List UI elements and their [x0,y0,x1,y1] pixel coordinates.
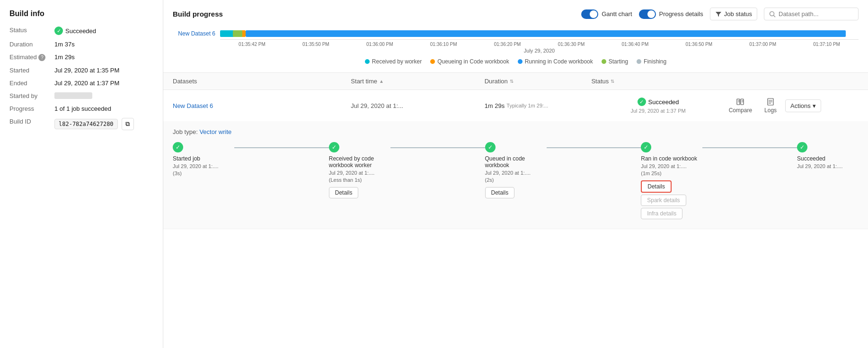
details-button-4[interactable]: Details [641,180,672,193]
gantt-chart-toggle[interactable] [581,9,598,19]
dataset-actions: Compare Logs Actions ▾ [725,96,859,116]
infra-details-button[interactable]: Infra details [641,208,682,219]
pipeline-line-3 [547,147,641,148]
gantt-tick: 01:36:50 PM [667,42,731,47]
step-check-3: ✓ [485,142,496,152]
spark-details-button[interactable]: Spark details [641,195,686,206]
legend-item: Starting [602,58,628,65]
gantt-bar-container [220,28,859,39]
pipeline: ✓ Started job Jul 29, 2020 at 1:....(3s)… [173,142,859,219]
duration-value: 1m 37s [54,41,75,48]
legend-dot [430,59,435,64]
starting-bar [233,30,242,37]
progress-header: Build progress Gantt chart Progress deta… [173,8,859,20]
compare-label: Compare [729,107,752,114]
starttime-sort-icon[interactable]: ▲ [379,79,384,84]
progress-row: Progress 1 of 1 job succeeded [9,105,153,112]
ended-value: Jul 29, 2020 at 1:37 PM [54,80,119,87]
progress-value: 1 of 1 job succeeded [54,105,111,112]
legend-item: Running in Code workbook [518,58,593,65]
started-by-value [54,92,92,99]
dataset-start-time: Jul 29, 2020 at 1:... [351,102,484,109]
status-time: Jul 29, 2020 at 1:37 PM [630,108,685,114]
pipeline-step-5: ✓ Succeeded Jul 29, 2020 at 1:.... [797,142,859,170]
duration-sort-icon[interactable]: ⇅ [510,79,514,84]
job-section: Job type: Vector write ✓ Started job Jul… [163,121,868,229]
status-text: Succeeded [65,27,96,35]
pipeline-step-4: ✓ Ran in code workbook Jul 29, 2020 at 1… [641,142,797,219]
details-button-2[interactable]: Details [329,187,359,198]
dataset-search[interactable] [764,8,859,20]
gantt-tick: 01:35:42 PM [220,42,284,47]
status-value: ✓ Succeeded [54,27,96,35]
gantt-date: July 29, 2020 [220,48,859,54]
status-check-icon: ✓ [638,98,646,106]
gantt-dataset-label: New Dataset 6 [173,30,220,37]
estimated-label: Estimated ? [9,54,54,61]
gantt-tick: 01:36:20 PM [476,42,540,47]
search-input[interactable] [779,10,850,18]
gantt-tick: 01:36:30 PM [540,42,603,47]
col-duration-header: Duration ⇅ [485,78,592,85]
filter-icon [715,11,722,18]
step-check-5: ✓ [797,142,807,152]
gantt-row: New Dataset 6 [173,28,859,39]
legend-label: Running in Code workbook [525,58,593,65]
step-content-5: ✓ Succeeded Jul 29, 2020 at 1:.... [797,142,859,170]
step-detail-4: Jul 29, 2020 at 1:....(1m 25s) [641,163,687,178]
pipeline-step-3: ✓ Queued in code workbook Jul 29, 2020 a… [485,142,641,198]
pipeline-line-2 [390,147,485,148]
step-title-2: Received by code workbook worker [329,155,390,169]
build-id-value: l82-782a74627280 ⧉ [54,118,134,130]
gantt-chart-label: Gantt chart [602,10,632,18]
redacted-user [54,92,92,99]
compare-button[interactable]: Compare [725,96,756,116]
started-by-label: Started by [9,92,54,99]
pipeline-line-4 [702,147,797,148]
pipeline-line-1 [234,147,329,148]
started-value: Jul 29, 2020 at 1:35 PM [54,67,119,74]
col-status-header: Status ⇅ [591,78,725,85]
gantt-tick: 01:36:10 PM [412,42,476,47]
table-header: Datasets Start time ▲ Duration ⇅ Status … [163,73,868,90]
dataset-status-main: ✓ Succeeded [638,98,679,106]
legend-dot [365,59,370,64]
copy-build-id-button[interactable]: ⧉ [122,118,134,130]
pipeline-step-2: ✓ Received by code workbook worker Jul 2… [329,142,485,198]
job-type-link[interactable]: Vector write [199,128,231,135]
logs-label: Logs [764,107,777,114]
step-content-2: ✓ Received by code workbook worker Jul 2… [329,142,390,198]
progress-controls: Gantt chart Progress details Job status [581,8,859,20]
legend-dot [518,59,523,64]
status-value: Succeeded [648,98,679,106]
started-by-row: Started by [9,92,153,99]
search-icon [769,11,776,18]
legend-label: Queueing in Code workbook [437,58,509,65]
actions-dropdown[interactable]: Actions ▾ [785,99,821,112]
dataset-row: New Dataset 6 Jul 29, 2020 at 1:... 1m 2… [163,90,868,229]
status-sort-icon[interactable]: ⇅ [611,79,614,84]
gantt-tick: 01:37:10 PM [795,42,859,47]
pipeline-step-1: ✓ Started job Jul 29, 2020 at 1:....(3s) [173,142,329,178]
step-content-4: ✓ Ran in code workbook Jul 29, 2020 at 1… [641,142,702,219]
progress-title: Build progress [173,10,223,18]
gantt-chart: New Dataset 6 01:35:42 PM01:35:50 PM01:3… [173,28,859,54]
sidebar: Build info Status ✓ Succeeded Duration 1… [0,0,163,348]
svg-point-0 [770,11,774,16]
col-datasets-header: Datasets [173,78,351,85]
logs-button[interactable]: Logs [761,96,780,116]
progress-details-toggle[interactable] [639,9,656,19]
details-button-3[interactable]: Details [485,187,515,198]
legend-label: Received by worker [372,58,422,65]
step-content-3: ✓ Queued in code workbook Jul 29, 2020 a… [485,142,547,198]
check-icon: ✓ [54,27,63,35]
dataset-name[interactable]: New Dataset 6 [173,102,351,109]
legend-item: Finishing [637,58,666,65]
gantt-tick: 01:36:40 PM [603,42,667,47]
step-check-2: ✓ [329,142,339,152]
logs-icon [766,98,775,106]
build-id-label: Build ID [9,118,54,125]
legend: Received by workerQueueing in Code workb… [173,58,859,65]
job-status-filter[interactable]: Job status [710,8,757,20]
help-icon[interactable]: ? [38,54,45,61]
